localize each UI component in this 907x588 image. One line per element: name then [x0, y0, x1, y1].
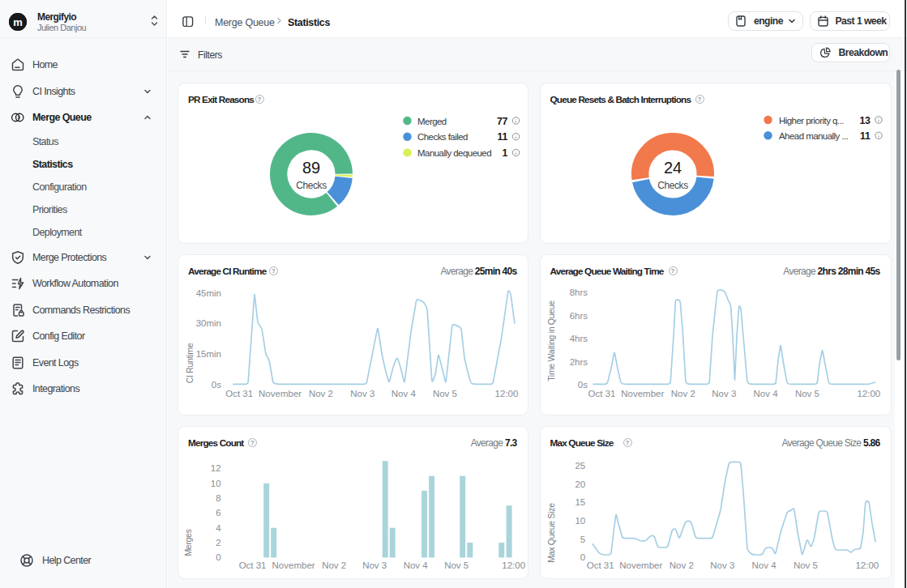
- svg-text:10: 10: [211, 479, 221, 488]
- svg-text:Nov 4: Nov 4: [404, 560, 429, 570]
- svg-text:Oct 31: Oct 31: [239, 560, 267, 570]
- svg-text:Higher priority q...: Higher priority q...: [779, 116, 844, 126]
- svg-text:Nov 2: Nov 2: [669, 560, 693, 570]
- svg-text:Time Waiting in Queue: Time Waiting in Queue: [545, 300, 555, 381]
- svg-text:0: 0: [580, 552, 584, 562]
- svg-text:Nov 2: Nov 2: [670, 389, 695, 398]
- svg-text:Nov 5: Nov 5: [793, 560, 817, 570]
- svg-text:Nov 3: Nov 3: [710, 560, 734, 570]
- svg-text:Ahead manually ...: Ahead manually ...: [779, 131, 849, 141]
- svg-text:Nov 4: Nov 4: [753, 389, 778, 398]
- svg-text:12:00: 12:00: [857, 389, 880, 398]
- svg-text:2hrs: 2hrs: [569, 357, 588, 367]
- svg-text:Merged: Merged: [417, 117, 447, 126]
- svg-text:0s: 0s: [212, 380, 221, 390]
- svg-text:Nov 5: Nov 5: [444, 560, 468, 570]
- svg-text:Nov 2: Nov 2: [322, 560, 346, 570]
- svg-text:12:00: 12:00: [495, 389, 519, 398]
- svg-text:30min: 30min: [196, 318, 221, 328]
- svg-text:November: November: [259, 389, 302, 398]
- svg-text:12: 12: [211, 463, 221, 473]
- svg-text:1: 1: [502, 147, 507, 159]
- svg-text:8hrs: 8hrs: [569, 288, 588, 297]
- svg-text:12:00: 12:00: [855, 560, 879, 570]
- svg-text:0s: 0s: [577, 380, 587, 390]
- svg-text:11: 11: [860, 130, 871, 142]
- svg-text:45min: 45min: [196, 288, 221, 298]
- svg-text:6: 6: [216, 508, 220, 518]
- svg-text:10: 10: [575, 516, 585, 526]
- svg-text:Checks failed: Checks failed: [417, 132, 468, 142]
- svg-text:4: 4: [216, 523, 221, 533]
- svg-text:Nov 4: Nov 4: [751, 560, 777, 570]
- svg-text:0: 0: [216, 552, 220, 562]
- svg-text:CI Runtime: CI Runtime: [185, 343, 195, 383]
- svg-text:Checks: Checks: [296, 180, 327, 191]
- svg-text:11: 11: [498, 131, 508, 143]
- svg-text:6hrs: 6hrs: [569, 311, 588, 321]
- svg-text:Manually dequeued: Manually dequeued: [417, 148, 491, 158]
- svg-text:13: 13: [859, 115, 871, 126]
- svg-text:Oct 31: Oct 31: [586, 560, 614, 570]
- svg-text:2: 2: [216, 538, 220, 548]
- svg-text:24: 24: [663, 159, 681, 177]
- svg-text:89: 89: [302, 159, 320, 177]
- svg-text:November: November: [272, 560, 315, 570]
- svg-text:Merges: Merges: [183, 529, 193, 556]
- svg-text:15min: 15min: [196, 349, 221, 359]
- svg-text:Oct 31: Oct 31: [225, 389, 253, 398]
- svg-text:Oct 31: Oct 31: [588, 389, 615, 398]
- svg-text:Nov 5: Nov 5: [794, 389, 819, 398]
- svg-text:Nov 3: Nov 3: [362, 560, 387, 570]
- svg-text:Nov 3: Nov 3: [350, 389, 374, 398]
- svg-text:Checks: Checks: [657, 180, 688, 191]
- svg-text:November: November: [619, 560, 662, 570]
- svg-text:Nov 4: Nov 4: [391, 389, 417, 398]
- svg-text:8: 8: [216, 493, 220, 503]
- svg-text:15: 15: [575, 497, 585, 507]
- svg-text:Nov 2: Nov 2: [309, 389, 333, 398]
- svg-text:20: 20: [575, 479, 585, 489]
- svg-text:Nov 5: Nov 5: [433, 389, 457, 398]
- svg-text:12:00: 12:00: [502, 560, 525, 570]
- svg-text:77: 77: [497, 116, 508, 127]
- svg-text:25: 25: [575, 461, 585, 471]
- svg-text:Nov 3: Nov 3: [712, 389, 736, 398]
- svg-text:5: 5: [580, 535, 584, 544]
- svg-text:Max Queue Size: Max Queue Size: [545, 503, 555, 563]
- svg-text:m: m: [13, 16, 23, 28]
- svg-text:4hrs: 4hrs: [569, 334, 588, 343]
- svg-text:November: November: [621, 389, 664, 398]
